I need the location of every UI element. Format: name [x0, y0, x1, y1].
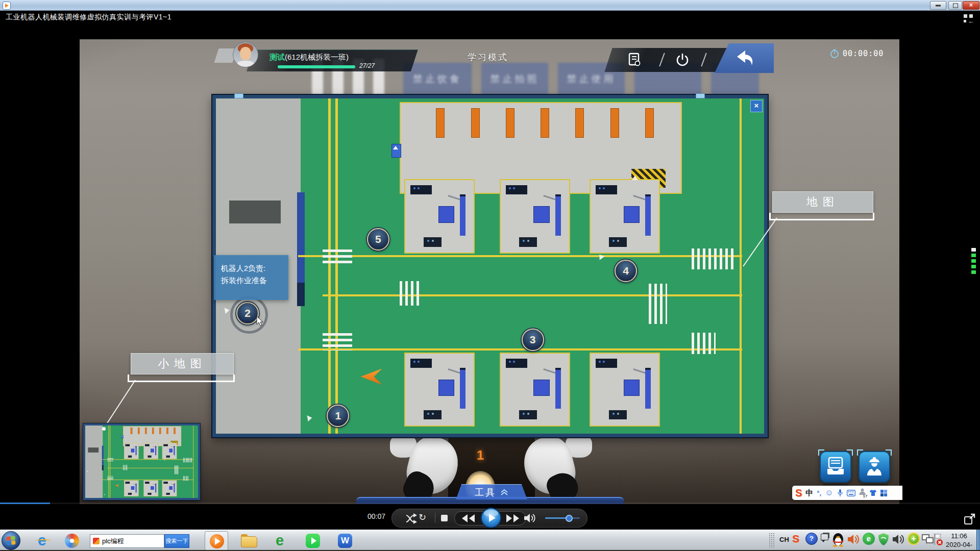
tools-tab[interactable]: 工具 [456, 484, 527, 499]
minimize-button[interactable] [930, 1, 946, 10]
tray-sogou-icon[interactable]: S [792, 533, 799, 545]
equipment-button[interactable] [859, 451, 890, 483]
restore-button[interactable] [948, 1, 962, 10]
search-go-button[interactable]: 搜索一下 [164, 534, 189, 548]
map-workcell [162, 443, 177, 459]
taskbar-item-player-active[interactable] [205, 531, 228, 550]
close-button[interactable]: × [963, 1, 979, 10]
map-workcell [404, 353, 474, 427]
tray-language-indicator[interactable]: CH [779, 536, 789, 543]
ime-profile[interactable]: 17 [859, 488, 866, 497]
map-blue-wall [102, 446, 104, 465]
skin-shirt-icon[interactable] [869, 489, 877, 496]
show-desktop-button[interactable] [976, 530, 980, 551]
video-frame[interactable]: 禁止饮食 禁止拍照 禁止使用 1 工具 测试(612机械拆装一班) 27/27 … [80, 39, 899, 504]
minimap[interactable] [83, 423, 200, 500]
cell-monitor [506, 185, 528, 195]
taskbar-item-wps[interactable]: W [333, 531, 357, 550]
task-list-icon[interactable] [628, 53, 641, 67]
tray-grip[interactable] [769, 533, 775, 548]
minimap-label: 小地图 [131, 353, 234, 374]
map-close-button[interactable]: × [750, 100, 763, 112]
mode-label: 学习模式 [447, 52, 529, 63]
search-input-value[interactable]: plc编程 [102, 537, 124, 546]
sogou-logo[interactable]: S [795, 487, 802, 499]
map-frame-notch [696, 93, 705, 98]
tray-shield-icon[interactable] [878, 533, 889, 546]
cell-pole [136, 484, 137, 492]
sign-no-photos: 禁止拍照 [481, 63, 548, 95]
media-file-title: 工业机器人机械装调维修虚拟仿真实训与考评V1~1 [6, 13, 172, 22]
tray-expand-caret[interactable] [821, 540, 825, 542]
microphone-icon[interactable] [837, 489, 843, 497]
keyboard-icon[interactable] [847, 490, 855, 496]
seek-bar-track[interactable] [0, 503, 980, 504]
power-icon[interactable] [676, 53, 689, 66]
fast-forward-button[interactable] [505, 514, 520, 522]
taskbar-item-explorer[interactable] [237, 531, 260, 550]
taskbar-item-360browser[interactable]: e [269, 531, 292, 550]
taskbar-search-box[interactable]: plc编程 [90, 534, 164, 548]
shuffle-icon[interactable] [405, 513, 419, 524]
cell-robot-base [533, 380, 549, 396]
station-badge-2[interactable]: 2 [236, 302, 259, 324]
avatar-face [240, 47, 251, 60]
ime-punctuation-toggle[interactable]: °, [817, 489, 821, 497]
stop-button[interactable] [441, 515, 448, 521]
materials-button[interactable] [820, 451, 851, 483]
tray-help-icon[interactable]: ? [805, 533, 818, 545]
cell-console [609, 410, 627, 419]
tray-audio-manager-icon[interactable] [847, 534, 860, 545]
map-floor [216, 98, 764, 434]
user-avatar[interactable] [233, 42, 258, 67]
tools-label: 工具 [475, 486, 496, 498]
rewind-button[interactable] [461, 514, 476, 522]
tray-qq-icon[interactable] [832, 533, 844, 547]
factory-map-panel[interactable]: 1 2 3 4 5 机器人2负责: 拆装作业准备 × [212, 95, 768, 437]
cell-robot-base [169, 486, 172, 490]
volume-icon[interactable] [524, 513, 537, 523]
sign-no-eating: 禁止饮食 [403, 63, 472, 95]
tray-clock[interactable]: 11:06 2020-04-05 [942, 532, 976, 551]
map-lane-line [108, 425, 109, 498]
ime-lang-toggle[interactable]: 中 [805, 488, 813, 498]
fullscreen-icon[interactable] [964, 513, 976, 525]
map-crosswalk [183, 458, 192, 462]
play-button[interactable] [481, 508, 501, 528]
tray-date: 2020-04-05 [942, 540, 976, 551]
cell-console [424, 410, 442, 419]
start-button[interactable] [2, 531, 20, 550]
ime-toolbar[interactable]: S 中 °, ☺ 17 [792, 486, 902, 500]
tray-network-icon[interactable] [922, 534, 934, 544]
station-badge-5[interactable]: 5 [367, 228, 389, 251]
progress-fill [278, 65, 355, 68]
taskbar-item-ie[interactable]: e [32, 531, 55, 550]
cell-pole [555, 194, 561, 236]
windows-flag-icon [6, 536, 15, 545]
emoji-icon[interactable]: ☺ [825, 488, 833, 497]
cell-console [128, 456, 132, 458]
volume-knob[interactable] [566, 515, 573, 522]
minimize-icon [936, 5, 941, 6]
station-badge-3[interactable]: 3 [522, 329, 544, 351]
tray-action-center-icon[interactable] [933, 533, 943, 546]
map-door-marker [164, 459, 165, 460]
folder-icon [241, 536, 257, 547]
profile-badge: 17 [863, 494, 868, 498]
cell-pole [174, 446, 175, 455]
taskbar-item-iqiyi[interactable] [301, 531, 325, 550]
repeat-icon[interactable]: ↻ [419, 512, 426, 523]
tray-volume-icon[interactable] [892, 534, 904, 545]
app-icon [3, 2, 11, 10]
cell-pole [460, 194, 465, 236]
ime-menu-icon[interactable] [880, 490, 887, 496]
cell-console [424, 237, 442, 247]
tray-green-e-icon[interactable]: e [863, 533, 875, 545]
playlist-toggle-icon[interactable]: ← [964, 14, 977, 24]
charging-dock-bar [152, 428, 154, 434]
cell-monitor [410, 185, 432, 195]
map-label: 地图 [772, 191, 873, 213]
side-volume-indicator [971, 248, 976, 276]
tray-antivirus-icon[interactable]: + [908, 533, 920, 545]
taskbar-item-browser[interactable] [60, 531, 84, 550]
